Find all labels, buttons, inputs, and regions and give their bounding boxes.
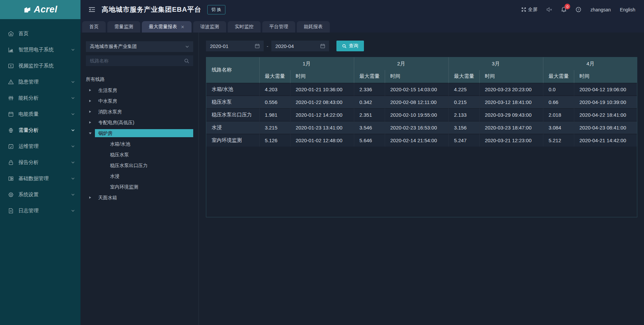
demand-report-container: 线路名称1月2月3月4月最大需量时间最大需量时间最大需量时间最大需量时间 水箱/… [206, 57, 637, 217]
sidebar-item-list[interactable]: 需量分析 [0, 122, 80, 138]
sidebar-item-database[interactable]: 基础数据管理 [0, 170, 80, 186]
tree-node[interactable]: 稳压水泵出口压力 [86, 160, 193, 171]
tree-node[interactable]: 中水泵房 [86, 96, 193, 106]
sidebar-item-label: 智慧用电子系统 [18, 47, 54, 53]
time-cell: 2020-02-10 19:55:00 [385, 108, 448, 121]
column-header-month: 1月 [259, 57, 354, 70]
line-name-cell: 水浸 [206, 121, 259, 134]
tab-1[interactable]: 首页 [82, 21, 106, 33]
start-date-value: 2020-01 [210, 43, 228, 49]
notifications-button[interactable]: 0 [561, 7, 567, 12]
sidebar-item-video[interactable]: 视频监控子系统 [0, 58, 80, 74]
time-cell: 2020-03-21 12:23:00 [479, 134, 543, 147]
sidebar-item-label: 需量分析 [18, 127, 39, 133]
warning-icon [8, 79, 14, 85]
column-header-time: 时间 [385, 70, 448, 83]
time-cell: 2020-03-23 20:23:00 [479, 83, 543, 96]
tree-node[interactable]: 水浸 [86, 171, 193, 181]
time-cell: 2020-04-21 14:42:00 [574, 134, 637, 147]
tree-node[interactable]: 专配电房(高低压) [86, 117, 193, 128]
tab-6[interactable]: 平台管理 [262, 21, 295, 33]
search-icon [184, 58, 189, 63]
close-icon[interactable]: ✕ [181, 25, 184, 29]
sidebar-item-calendar[interactable]: 电能质量 [0, 106, 80, 122]
sidebar-item-log[interactable]: 日志管理 [0, 203, 80, 219]
tab-label: 实时监控 [235, 24, 254, 30]
max-demand-cell: 3.156 [448, 121, 479, 134]
sidebar-item-label: 日志管理 [18, 208, 39, 214]
fullscreen-icon [521, 7, 526, 12]
tab-7[interactable]: 能耗报表 [297, 21, 330, 33]
caret-right-icon[interactable] [89, 110, 95, 113]
header-right: 全屏 0 ? [521, 7, 644, 13]
sidebar-item-sliders[interactable]: 能耗分析 [0, 90, 80, 106]
sidebar-item-gear[interactable]: 系统设置 [0, 186, 80, 203]
sidebar-item-label: 首页 [18, 31, 29, 37]
column-header-line-name: 线路名称 [206, 57, 259, 83]
caret-right-icon[interactable] [89, 196, 95, 199]
tree-node[interactable]: 室内环境监测 [86, 181, 193, 192]
caret-right-icon[interactable] [89, 121, 95, 124]
caret-right-icon[interactable] [89, 89, 95, 92]
max-demand-cell: 5.646 [354, 134, 385, 147]
sidebar-item-home[interactable]: 首页 [0, 25, 80, 42]
table-row: 室内环境监测5.1262020-01-02 12:48:005.6462020-… [206, 134, 637, 147]
table-row: 水浸3.2152020-01-23 13:41:003.5462020-02-2… [206, 121, 637, 134]
time-cell: 2020-01-12 14:22:00 [290, 108, 354, 121]
time-cell: 2020-03-12 18:41:00 [479, 96, 543, 108]
caret-down-icon[interactable] [89, 132, 95, 135]
language-switch[interactable]: English [620, 7, 635, 12]
tab-5[interactable]: 实时监控 [228, 21, 261, 33]
time-cell: 2020-03-29 09:43:00 [479, 108, 543, 121]
speaker-muted-icon [546, 7, 552, 12]
log-icon [8, 208, 14, 214]
chevron-down-icon [71, 128, 75, 132]
acrel-logo-icon [23, 6, 32, 14]
sidebar-item-label: 电能质量 [18, 111, 39, 117]
search-input[interactable] [90, 58, 184, 63]
org-select[interactable]: 高地城市服务产业集团 [86, 41, 193, 52]
lock-icon [8, 159, 14, 165]
table-row: 稳压水泵出口压力1.9812020-01-12 14:22:002.351202… [206, 108, 637, 121]
header: 高地城市服务产业集团EBA平台 切 换 全屏 [80, 0, 644, 19]
chevron-down-icon [71, 177, 75, 180]
tree-node-label: 锅炉房 [95, 129, 193, 138]
tree-node[interactable]: 稳压水泵 [86, 149, 193, 160]
sidebar-item-chart[interactable]: 智慧用电子系统 [0, 42, 80, 58]
tree-node[interactable]: 天面水箱 [86, 192, 193, 203]
collapse-sidebar-icon[interactable] [89, 7, 95, 12]
end-date-picker[interactable]: 2020-04 [271, 41, 329, 51]
tab-4[interactable]: 谐波监测 [193, 21, 226, 33]
fullscreen-button[interactable]: 全屏 [521, 7, 537, 13]
tab-label: 平台管理 [269, 24, 288, 30]
switch-button[interactable]: 切 换 [207, 5, 225, 14]
max-demand-cell: 5.212 [543, 134, 574, 147]
logo: Acrel [0, 0, 80, 19]
tree-node[interactable]: 锅炉房 [86, 128, 193, 139]
search-icon [342, 44, 346, 48]
table-row: 稳压水泵0.5562020-01-22 08:43:000.3422020-02… [206, 96, 637, 108]
tab-3[interactable]: 最大需量报表✕ [142, 21, 192, 33]
max-demand-cell: 5.247 [448, 134, 479, 147]
max-demand-cell: 0.0 [543, 83, 574, 96]
start-date-picker[interactable]: 2020-01 [206, 41, 264, 51]
gear-icon [8, 192, 14, 198]
username[interactable]: zhangsan [590, 7, 611, 12]
sidebar-item-warning[interactable]: 隐患管理 [0, 74, 80, 90]
query-button[interactable]: 查询 [336, 41, 364, 51]
sidebar-item-calendar-check[interactable]: 运维管理 [0, 138, 80, 154]
fullscreen-label: 全屏 [528, 7, 537, 13]
sidebar-item-label: 视频监控子系统 [18, 63, 54, 69]
help-button[interactable]: ? [576, 7, 581, 12]
caret-right-icon[interactable] [89, 99, 95, 103]
column-header-max-demand: 最大需量 [448, 70, 479, 83]
database-icon [8, 175, 14, 181]
time-cell: 2020-01-02 12:48:00 [290, 134, 354, 147]
tree-node[interactable]: 消防水泵房 [86, 106, 193, 117]
tab-2[interactable]: 需量监测 [107, 21, 140, 33]
sidebar-item-lock[interactable]: 报告分析 [0, 154, 80, 170]
tree-node[interactable]: 水箱/水池 [86, 139, 193, 149]
tree-root-all-lines[interactable]: 所有线路 [86, 74, 193, 85]
tree-node[interactable]: 生活泵房 [86, 85, 193, 96]
mute-button[interactable] [546, 7, 552, 12]
